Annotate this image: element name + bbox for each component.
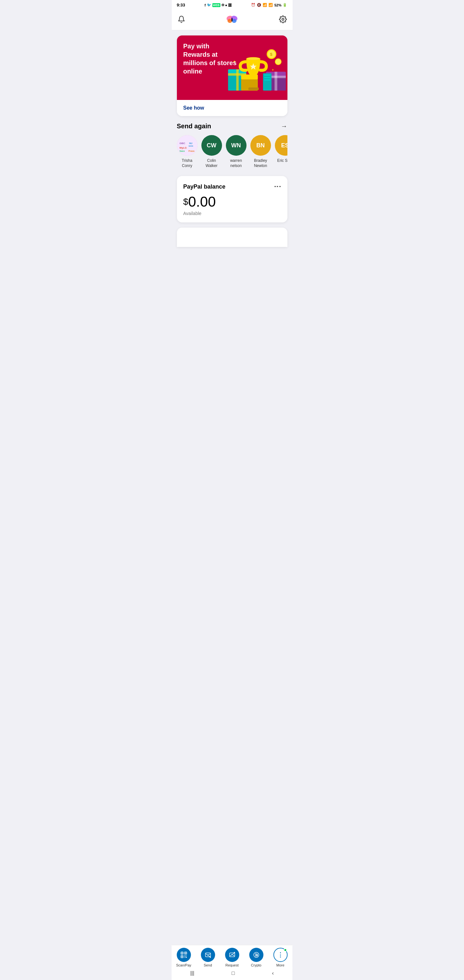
settings-button[interactable] xyxy=(278,15,288,24)
svg-text:GBC: GBC xyxy=(180,142,185,145)
svg-text:NU: NU xyxy=(189,142,192,145)
svg-rect-50 xyxy=(186,957,187,958)
system-nav-home[interactable]: □ xyxy=(228,969,239,977)
battery-icon: 🔋 xyxy=(283,3,287,7)
nav-send-label: Send xyxy=(203,963,212,967)
nav-request[interactable]: Request xyxy=(222,948,242,967)
contact-trisha[interactable]: GBC NU SKIN MyLG Sass Frass TrishaConry xyxy=(177,135,197,168)
svg-rect-46 xyxy=(181,956,183,957)
rewards-banner: Pay with Rewards at millions of stores o… xyxy=(177,35,288,100)
minus-icon: ⊖ xyxy=(221,3,224,7)
contact-name-warren: warrennelson xyxy=(230,158,242,168)
svg-rect-19 xyxy=(264,77,270,78)
signal-icon: 📶 xyxy=(269,3,273,7)
svg-rect-44 xyxy=(185,953,186,954)
contact-bradley[interactable]: BN BradleyNewton xyxy=(250,135,271,168)
notification-bell-button[interactable] xyxy=(177,15,186,24)
twitter-icon: 🐦 xyxy=(207,3,211,7)
balance-value: 0.00 xyxy=(188,194,216,210)
nav-items: Scan/Pay Send xyxy=(172,948,292,967)
svg-text:Sass: Sass xyxy=(180,150,184,152)
more-green-dot xyxy=(284,948,287,951)
request-icon xyxy=(225,948,239,962)
send-icon xyxy=(201,948,215,962)
battery-percent: 52% xyxy=(274,3,281,7)
svg-rect-47 xyxy=(184,956,185,956)
send-again-section: Send again → GBC NU SKIN MyLG Sass Frass xyxy=(177,123,288,170)
balance-card-header: PayPal balance ⋮ xyxy=(183,183,281,191)
balance-more-button[interactable]: ⋮ xyxy=(273,183,281,191)
nav-scan-pay[interactable]: Scan/Pay xyxy=(174,948,193,967)
status-bar: 9:33 f 🐦 WEB ⊖ ● 🖼 ⏰ 🔇 📶 📶 52% 🔋 xyxy=(172,0,292,10)
system-nav-back[interactable]: ‹ xyxy=(268,969,277,977)
svg-point-6 xyxy=(282,18,284,20)
circle-icon: ● xyxy=(225,3,227,7)
bottom-nav: Scan/Pay Send xyxy=(172,945,292,968)
balance-amount: $0.00 xyxy=(183,195,281,209)
status-time: 9:33 xyxy=(177,3,185,7)
nav-more[interactable]: ⋮ More xyxy=(271,948,290,967)
contact-avatar-trisha: GBC NU SKIN MyLG Sass Frass xyxy=(177,135,197,156)
svg-rect-48 xyxy=(186,956,187,956)
image-icon: 🖼 xyxy=(228,3,232,7)
svg-text:$: $ xyxy=(270,52,273,57)
rewards-footer: See how xyxy=(177,100,288,116)
nav-crypto-label: Crypto xyxy=(251,963,261,967)
nav-more-label: More xyxy=(276,963,284,967)
contact-avatar-eric: ES xyxy=(275,135,288,156)
status-right: ⏰ 🔇 📶 📶 52% 🔋 xyxy=(251,3,287,7)
svg-rect-51 xyxy=(205,953,210,957)
main-content: Pay with Rewards at millions of stores o… xyxy=(172,30,292,278)
svg-rect-22 xyxy=(248,88,259,90)
svg-rect-20 xyxy=(264,79,270,81)
nav-crypto[interactable]: Crypto xyxy=(246,948,266,967)
rewards-title: Pay with Rewards at millions of stores o… xyxy=(183,42,237,75)
contact-eric[interactable]: ES Eric Soto xyxy=(275,135,288,168)
nav-scan-pay-label: Scan/Pay xyxy=(176,963,191,967)
contact-avatar-bradley: BN xyxy=(250,135,271,156)
svg-point-24 xyxy=(247,57,260,60)
contact-name-trisha: TrishaConry xyxy=(182,158,192,168)
app-header xyxy=(172,10,292,30)
svg-text:✦: ✦ xyxy=(237,68,239,72)
svg-rect-49 xyxy=(184,957,185,958)
scan-pay-icon xyxy=(176,948,191,962)
facebook-icon: f xyxy=(205,3,206,7)
svg-text:✦: ✦ xyxy=(271,68,274,72)
contact-avatar-colin: CW xyxy=(202,135,222,156)
svg-rect-42 xyxy=(181,953,183,954)
svg-text:Frass: Frass xyxy=(189,150,195,152)
webtoon-icon: WEB xyxy=(212,3,221,7)
nav-request-label: Request xyxy=(226,963,239,967)
svg-rect-17 xyxy=(263,73,271,91)
wifi-icon: 📶 xyxy=(262,3,267,7)
svg-rect-18 xyxy=(264,75,270,76)
more-icon: ⋮ xyxy=(273,948,288,962)
svg-point-30 xyxy=(275,59,281,64)
alarm-icon: ⏰ xyxy=(251,3,256,7)
rewards-card: Pay with Rewards at millions of stores o… xyxy=(177,35,288,116)
svg-text:MyLG: MyLG xyxy=(180,146,187,149)
contact-warren[interactable]: WN warrennelson xyxy=(226,135,246,168)
crypto-icon xyxy=(249,948,263,962)
send-again-header: Send again → xyxy=(177,123,288,130)
contacts-row: GBC NU SKIN MyLG Sass Frass TrishaConry … xyxy=(177,135,288,170)
system-nav-bar: ||| □ ‹ xyxy=(172,968,292,980)
svg-point-5 xyxy=(231,18,233,22)
see-how-link[interactable]: See how xyxy=(183,105,204,111)
nav-send[interactable]: Send xyxy=(198,948,218,967)
system-nav-recent[interactable]: ||| xyxy=(186,969,198,977)
balance-card-title: PayPal balance xyxy=(183,183,226,190)
dollar-sign: $ xyxy=(183,197,189,206)
svg-rect-13 xyxy=(275,72,277,91)
contact-name-bradley: BradleyNewton xyxy=(254,158,267,168)
send-again-arrow[interactable]: → xyxy=(281,123,288,130)
contact-name-eric: Eric Soto xyxy=(277,158,287,164)
balance-available-label: Available xyxy=(183,211,281,216)
contact-colin[interactable]: CW ColinWalker xyxy=(202,135,222,168)
svg-rect-52 xyxy=(229,953,235,957)
app-logo xyxy=(225,13,239,26)
partial-card xyxy=(177,228,288,247)
balance-card: PayPal balance ⋮ $0.00 Available xyxy=(177,176,288,223)
send-again-title: Send again xyxy=(177,123,211,130)
